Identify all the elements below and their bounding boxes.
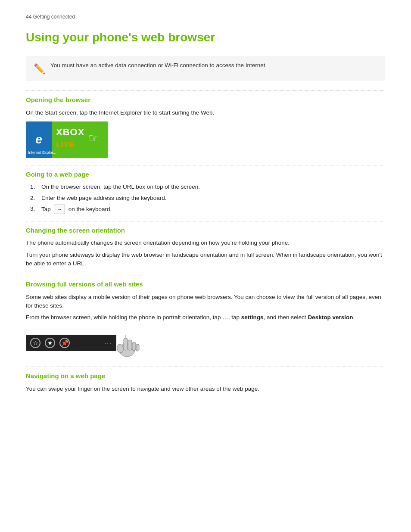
section-body-navigating-web-page: You can swipe your finger on the screen … xyxy=(26,385,385,393)
section-screen-orientation: Changing the screen orientation The phon… xyxy=(26,226,385,268)
divider-navigating-web-page xyxy=(26,367,385,367)
toolbar-image: ☆ ★ 📌 ··· xyxy=(26,326,385,360)
toolbar-icon-pin: 📌 xyxy=(59,338,70,348)
step-text-1: On the browser screen, tap the URL box o… xyxy=(41,183,200,191)
screen-orientation-para-1: The phone automatically changes the scre… xyxy=(26,239,385,247)
step-1: 1. On the browser screen, tap the URL bo… xyxy=(30,183,385,191)
section-going-to-web-page: Going to a web page 1. On the browser sc… xyxy=(26,170,385,214)
browsing-para-1: Some web sites display a mobile version … xyxy=(26,293,385,311)
step-text-2: Enter the web page address using the key… xyxy=(41,194,166,202)
toolbar-more-dots: ··· xyxy=(104,339,112,348)
section-browsing-full-versions: Browsing full versions of all web sites … xyxy=(26,280,385,360)
step-num-2: 2. xyxy=(30,194,38,202)
section-navigating-web-page: Navigating on a web page You can swipe y… xyxy=(26,371,385,393)
svg-rect-1 xyxy=(124,338,128,350)
section-body-screen-orientation: The phone automatically changes the scre… xyxy=(26,239,385,268)
step-num-3: 3. xyxy=(30,205,38,213)
navigating-para-1: You can swipe your finger on the screen … xyxy=(26,385,385,393)
divider-browsing-full-versions xyxy=(26,275,385,275)
note-text: You must have an active data connection … xyxy=(50,61,267,70)
section-body-browsing-full-versions: Some web sites display a mobile version … xyxy=(26,293,385,322)
toolbar-icon-star-outline: ☆ xyxy=(30,338,40,348)
svg-rect-2 xyxy=(128,340,132,350)
ie-logo-letter: e xyxy=(35,131,42,149)
ie-label: Internet Explor... xyxy=(28,150,56,156)
xbox-area: XBOX LIVE xyxy=(52,121,108,158)
section-title-browsing-full-versions: Browsing full versions of all web sites xyxy=(26,280,385,289)
step-num-1: 1. xyxy=(30,183,38,191)
xbox-text: XBOX xyxy=(56,125,84,139)
section-title-screen-orientation: Changing the screen orientation xyxy=(26,226,385,236)
browser-image: e XBOX LIVE ☞ Internet Explor... xyxy=(26,121,108,158)
step-text-3: Tap → on the keyboard. xyxy=(41,205,112,214)
screen-orientation-para-2: Turn your phone sideways to display the … xyxy=(26,251,385,268)
note-icon: ✏️ xyxy=(34,62,45,76)
xbox-live-text: LIVE xyxy=(56,139,75,151)
svg-rect-4 xyxy=(136,344,139,351)
divider-going-to-web-page xyxy=(26,165,385,165)
section-body-opening-browser: On the Start screen, tap the Internet Ex… xyxy=(26,109,385,117)
step-2: 2. Enter the web page address using the … xyxy=(30,194,385,202)
toolbar-bar: ☆ ★ 📌 ··· xyxy=(26,335,116,351)
hand-cursor-svg xyxy=(112,330,140,360)
section-title-navigating-web-page: Navigating on a web page xyxy=(26,371,385,381)
finger-cursor-icon: ☞ xyxy=(88,129,99,147)
steps-list-going-to-web-page: 1. On the browser screen, tap the URL bo… xyxy=(26,183,385,214)
section-title-going-to-web-page: Going to a web page xyxy=(26,170,385,180)
section-opening-browser: Opening the browser On the Start screen,… xyxy=(26,95,385,158)
toolbar-icon-star-filled: ★ xyxy=(45,338,55,348)
divider-opening-browser xyxy=(26,90,385,91)
step-3: 3. Tap → on the keyboard. xyxy=(30,205,385,214)
section-title-opening-browser: Opening the browser xyxy=(26,95,385,105)
svg-rect-3 xyxy=(132,342,136,351)
note-box: ✏️ You must have an active data connecti… xyxy=(26,56,385,81)
page-title: Using your phone's web browser xyxy=(26,28,385,47)
arrow-key: → xyxy=(54,205,65,214)
divider-screen-orientation xyxy=(26,221,385,221)
browsing-para-2: From the browser screen, while holding t… xyxy=(26,313,385,322)
page-number-line: 44 Getting connected xyxy=(26,13,385,21)
